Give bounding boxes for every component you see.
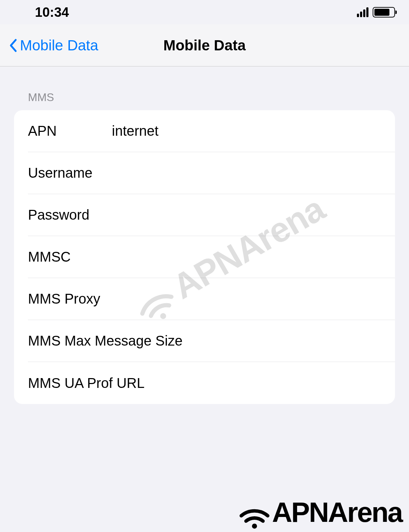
content-area: MMS APN Username Password MMSC: [0, 66, 409, 404]
password-input[interactable]: [112, 207, 381, 223]
row-label-password: Password: [28, 207, 112, 223]
status-time: 10:34: [35, 5, 69, 20]
wifi-icon: [239, 498, 270, 526]
row-label-mms-ua-prof: MMS UA Prof URL: [28, 375, 381, 391]
navigation-bar: Mobile Data Mobile Data: [0, 24, 409, 66]
row-label-apn: APN: [28, 123, 112, 139]
cellular-signal-icon: [357, 7, 368, 17]
settings-row-password[interactable]: Password: [14, 194, 395, 236]
mmsc-input[interactable]: [112, 249, 381, 265]
brand-logo: APNArena: [239, 496, 402, 529]
status-indicators: [357, 7, 395, 17]
row-label-mmsc: MMSC: [28, 249, 112, 265]
row-label-mms-max-size: MMS Max Message Size: [28, 333, 381, 349]
back-label: Mobile Data: [20, 37, 98, 54]
row-label-username: Username: [28, 165, 112, 181]
settings-row-username[interactable]: Username: [14, 152, 395, 194]
settings-row-mms-max-size[interactable]: MMS Max Message Size: [14, 320, 395, 362]
settings-row-mms-ua-prof[interactable]: MMS UA Prof URL: [14, 362, 395, 404]
back-button[interactable]: Mobile Data: [9, 37, 98, 54]
logo-text: APNArena: [272, 496, 402, 529]
battery-icon: [373, 7, 395, 17]
row-label-mms-proxy: MMS Proxy: [28, 291, 112, 307]
apn-input[interactable]: [112, 123, 381, 139]
status-bar: 10:34: [0, 0, 409, 24]
settings-group-mms: APN Username Password MMSC: [14, 110, 395, 404]
settings-row-mms-proxy[interactable]: MMS Proxy: [14, 278, 395, 320]
settings-row-apn[interactable]: APN: [14, 110, 395, 152]
chevron-left-icon: [9, 38, 17, 52]
username-input[interactable]: [112, 165, 381, 181]
settings-row-mmsc[interactable]: MMSC: [14, 236, 395, 278]
svg-point-1: [252, 524, 257, 529]
section-header-mms: MMS: [14, 91, 395, 110]
mms-proxy-input[interactable]: [112, 291, 381, 307]
